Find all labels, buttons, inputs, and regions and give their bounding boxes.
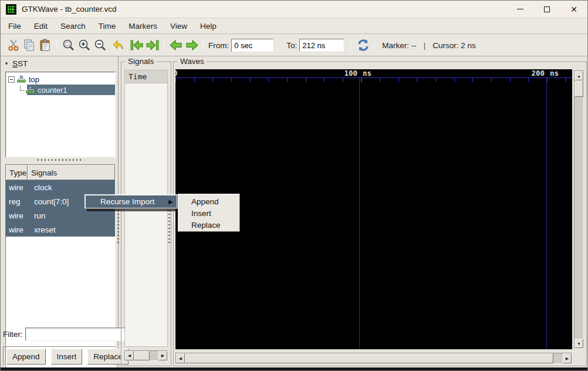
context-menu: Recurse Import ▶ bbox=[85, 194, 178, 209]
title-bar[interactable]: GTKWave - tb_counter.vcd ✕ bbox=[1, 1, 587, 18]
submenu-item-insert[interactable]: Insert bbox=[179, 207, 239, 219]
scroll-right-button[interactable]: ▶ bbox=[563, 353, 572, 363]
shift-left-button[interactable] bbox=[168, 38, 184, 53]
tree-item-label: top bbox=[29, 75, 39, 84]
waves-vscrollbar[interactable]: ▲ ▼ bbox=[574, 70, 584, 349]
submenu-item-append[interactable]: Append bbox=[179, 195, 239, 207]
menu-search[interactable]: Search bbox=[54, 19, 92, 33]
to-start-button[interactable] bbox=[129, 38, 144, 53]
filter-row: Filter: bbox=[3, 328, 116, 341]
signals-frame-title: Signals bbox=[126, 57, 156, 66]
pane-resize-grip[interactable] bbox=[168, 203, 170, 244]
from-input[interactable] bbox=[231, 39, 273, 52]
sst-header[interactable]: ▼ SST bbox=[4, 59, 28, 68]
scroll-down-icon: ▼ bbox=[577, 342, 581, 346]
menu-file[interactable]: File bbox=[2, 19, 28, 33]
menu-view[interactable]: View bbox=[164, 19, 194, 33]
paste-icon bbox=[39, 39, 52, 52]
pane-resize-grip[interactable] bbox=[117, 203, 119, 244]
tree-item-counter1[interactable]: counter1 bbox=[6, 85, 115, 95]
zoom-in-button[interactable] bbox=[76, 38, 92, 53]
window-controls: ✕ bbox=[506, 1, 587, 18]
scrollbar-thumb[interactable] bbox=[575, 80, 583, 97]
filter-label: Filter: bbox=[3, 330, 23, 339]
scroll-left-icon: ◀ bbox=[128, 353, 131, 358]
menu-bar: File Edit Search Time Markers View Help bbox=[1, 18, 587, 34]
arrow-left-icon bbox=[168, 38, 184, 52]
signal-row-run[interactable]: wire run bbox=[6, 208, 115, 222]
pane-resize-grip[interactable] bbox=[38, 159, 81, 161]
timeline-unit-label: ns bbox=[550, 69, 559, 77]
copy-button[interactable] bbox=[21, 38, 37, 53]
submenu-arrow-icon: ▶ bbox=[168, 198, 173, 205]
signal-type: reg bbox=[6, 197, 28, 206]
column-header-type[interactable]: Type bbox=[6, 165, 28, 180]
scrollbar-thumb[interactable] bbox=[185, 353, 553, 363]
to-end-button[interactable] bbox=[144, 38, 160, 53]
waves-hscrollbar[interactable]: ◀ ▶ bbox=[175, 353, 572, 364]
reload-icon bbox=[356, 38, 370, 52]
insert-button[interactable]: Insert bbox=[51, 349, 83, 365]
marker-status: Marker: -- bbox=[382, 41, 417, 50]
toolbar-separator bbox=[374, 39, 375, 52]
signal-row-clock[interactable]: wire clock bbox=[6, 180, 115, 194]
signal-name: count[7:0] bbox=[28, 197, 69, 206]
sst-expander-icon[interactable]: ▼ bbox=[4, 61, 9, 66]
time-column-header[interactable]: Time bbox=[124, 70, 168, 83]
timeline-ticks bbox=[175, 78, 572, 82]
scroll-down-button[interactable]: ▼ bbox=[575, 339, 583, 348]
signal-type: wire bbox=[6, 211, 28, 220]
zoom-fit-icon bbox=[62, 39, 75, 52]
close-button[interactable]: ✕ bbox=[560, 1, 587, 18]
to-input[interactable] bbox=[299, 39, 344, 52]
toolbar-separator bbox=[351, 39, 352, 52]
module-icon bbox=[26, 86, 35, 93]
tree-item-top[interactable]: top bbox=[6, 74, 115, 85]
toolbar-separator bbox=[56, 39, 57, 52]
timeline-gridline bbox=[359, 78, 360, 349]
signal-row-xreset[interactable]: wire xreset bbox=[6, 222, 115, 237]
context-menu-item-recurse-import[interactable]: Recurse Import ▶ bbox=[86, 195, 177, 208]
hierarchy-tree: top counter1 bbox=[5, 72, 116, 157]
timeline-origin-label: 0 bbox=[175, 69, 178, 77]
submenu-item-replace[interactable]: Replace bbox=[179, 219, 239, 231]
cursor-status: Cursor: 2 ns bbox=[432, 41, 476, 50]
window-bottom-edge bbox=[1, 367, 587, 370]
context-submenu: Append Insert Replace bbox=[178, 194, 240, 232]
undo-button[interactable] bbox=[110, 38, 126, 53]
tree-collapse-icon[interactable] bbox=[8, 76, 15, 83]
zoom-fit-button[interactable] bbox=[60, 38, 76, 53]
timeline-unit-label: ns bbox=[363, 69, 371, 77]
window-title: GTKWave - tb_counter.vcd bbox=[22, 5, 117, 14]
zoom-out-button[interactable] bbox=[92, 38, 108, 53]
signal-name: xreset bbox=[28, 225, 56, 234]
signals-name-area[interactable] bbox=[124, 83, 168, 347]
toolbar: From: To: Marker: -- | Cursor: 2 ns bbox=[1, 35, 587, 56]
sst-panel: ▼ SST top bbox=[1, 56, 119, 369]
scroll-left-button[interactable]: ◀ bbox=[176, 353, 185, 363]
undo-icon bbox=[112, 39, 125, 52]
shift-right-button[interactable] bbox=[184, 38, 200, 53]
scroll-left-button[interactable]: ◀ bbox=[125, 351, 134, 360]
scroll-up-button[interactable]: ▲ bbox=[575, 71, 583, 80]
reload-button[interactable] bbox=[355, 38, 371, 53]
append-button[interactable]: Append bbox=[6, 349, 46, 365]
scroll-right-button[interactable]: ▶ bbox=[158, 351, 167, 360]
maximize-button[interactable] bbox=[533, 1, 560, 18]
menu-time[interactable]: Time bbox=[92, 19, 123, 33]
cut-button[interactable] bbox=[5, 38, 21, 53]
menu-help[interactable]: Help bbox=[194, 19, 223, 33]
cut-icon bbox=[7, 39, 20, 52]
menu-markers[interactable]: Markers bbox=[122, 19, 164, 33]
filter-input[interactable] bbox=[25, 328, 130, 341]
scrollbar-thumb[interactable] bbox=[134, 351, 150, 360]
paste-button[interactable] bbox=[37, 38, 53, 53]
menu-edit[interactable]: Edit bbox=[28, 19, 54, 33]
scroll-right-icon: ▶ bbox=[566, 356, 569, 361]
maximize-icon bbox=[544, 6, 550, 12]
zoom-in-icon bbox=[78, 39, 91, 52]
column-header-signals[interactable]: Signals bbox=[28, 165, 115, 180]
signals-hscrollbar[interactable]: ◀ ▶ bbox=[124, 350, 168, 361]
action-button-row: Append Insert Replace bbox=[3, 346, 116, 366]
minimize-button[interactable] bbox=[506, 1, 533, 18]
